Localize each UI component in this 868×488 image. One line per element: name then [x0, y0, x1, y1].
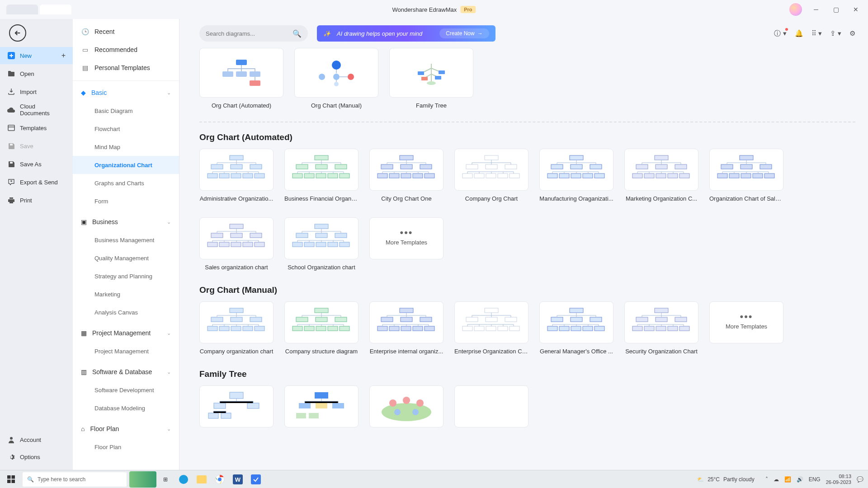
cat-project-mgmt[interactable]: Project Management — [73, 342, 179, 360]
group-floorplan[interactable]: ⌂ Floor Plan ⌄ — [73, 420, 179, 438]
nav-export[interactable]: Export & Send — [0, 174, 73, 191]
tray-wifi-icon[interactable]: 📶 — [784, 476, 791, 483]
template-card[interactable]: Marketing Organization C... — [624, 149, 698, 206]
group-software[interactable]: ▥ Software & Database ⌄ — [73, 363, 179, 381]
svg-point-177 — [218, 478, 222, 481]
weather-widget[interactable]: ⛅ 25°C Partly cloudy — [697, 476, 755, 483]
svg-rect-138 — [590, 317, 602, 322]
cat-analysis[interactable]: Analysis Canvas — [73, 303, 179, 321]
template-card[interactable] — [199, 385, 274, 427]
document-tab[interactable] — [6, 5, 38, 14]
svg-rect-21 — [250, 164, 262, 169]
add-icon[interactable]: + — [61, 52, 66, 60]
more-templates-card[interactable]: •••More Templates — [369, 217, 443, 275]
chrome-icon[interactable] — [211, 470, 229, 488]
template-card[interactable]: Enterprise Organization Ch... — [454, 301, 528, 359]
svg-rect-145 — [636, 317, 648, 322]
template-card[interactable]: General Manager's Office ... — [539, 301, 613, 359]
ai-create-button[interactable]: Create Now → — [439, 28, 489, 38]
taskbar-widget[interactable] — [129, 471, 156, 488]
taskview-icon[interactable]: ⊞ — [156, 470, 175, 488]
nav-open[interactable]: Open — [0, 65, 73, 82]
edrawmax-app-icon[interactable] — [247, 470, 265, 488]
template-card[interactable] — [454, 385, 528, 427]
cat-graphs[interactable]: Graphs and Charts — [73, 174, 179, 192]
back-button[interactable] — [9, 24, 26, 42]
template-card[interactable]: Organization Chart of Sale... — [709, 149, 783, 206]
template-card[interactable]: Enterprise internal organiz... — [369, 301, 443, 359]
svg-rect-59 — [559, 174, 569, 178]
tray-clock[interactable]: 08:13 26-09-2023 — [826, 474, 851, 485]
template-card[interactable]: Security Organization Chart — [624, 301, 698, 359]
cat-software-dev[interactable]: Software Development — [73, 381, 179, 399]
cat-db-modeling[interactable]: Database Modeling — [73, 399, 179, 417]
taskbar-search[interactable]: 🔍 Type here to search — [23, 472, 127, 487]
nav-save-as[interactable]: Save As — [0, 155, 73, 173]
ai-banner[interactable]: ✨ AI drawing helps open your mind Create… — [317, 25, 495, 42]
svg-rect-135 — [570, 308, 583, 313]
settings-icon[interactable]: ⚙ — [849, 29, 855, 38]
search-input[interactable] — [206, 30, 292, 37]
nav-save[interactable]: Save — [0, 137, 73, 155]
cat-basic-diagram[interactable]: Basic Diagram — [73, 102, 179, 120]
hero-org-manual[interactable]: Org Chart (Manual) — [294, 48, 378, 113]
cat-biz-mgmt[interactable]: Business Management — [73, 231, 179, 249]
document-tab-active[interactable] — [40, 5, 71, 14]
tray-volume-icon[interactable]: 🔊 — [797, 476, 803, 483]
template-card[interactable]: City Org Chart One — [369, 149, 443, 206]
help-icon[interactable]: ⓘ ▾ — [774, 29, 786, 38]
hero-org-automated[interactable]: Org Chart (Automated) — [199, 48, 283, 113]
tray-chevron-icon[interactable]: ˄ — [765, 476, 768, 483]
tray-language-icon[interactable]: ENG — [809, 476, 821, 483]
search-box[interactable]: 🔍 — [199, 25, 308, 42]
tray-notifications-icon[interactable]: 💬 — [857, 476, 863, 483]
edge-icon[interactable] — [175, 470, 193, 488]
cat-form[interactable]: Form — [73, 192, 179, 210]
cat-recommended[interactable]: ▭Recommended — [73, 41, 179, 59]
group-project[interactable]: ▦ Project Management ⌄ — [73, 324, 179, 342]
bell-icon[interactable]: 🔔 — [795, 29, 803, 38]
nav-import[interactable]: Import — [0, 83, 73, 100]
cat-flowchart[interactable]: Flowchart — [73, 120, 179, 138]
more-templates-card[interactable]: •••More Templates — [709, 301, 783, 359]
start-button[interactable] — [0, 470, 22, 488]
share-icon[interactable]: ⇪ ▾ — [830, 29, 841, 38]
template-card[interactable]: Business Financial Organiz... — [284, 149, 359, 206]
explorer-icon[interactable] — [193, 470, 211, 488]
folder-icon — [7, 70, 15, 78]
cat-mindmap[interactable]: Mind Map — [73, 138, 179, 156]
nav-new[interactable]: New + — [0, 47, 73, 64]
template-card[interactable]: Sales organization chart — [199, 217, 274, 275]
search-icon[interactable]: 🔍 — [292, 29, 302, 38]
nav-print[interactable]: Print — [0, 192, 73, 209]
group-basic[interactable]: ◆ Basic ⌄ — [73, 84, 179, 102]
template-card[interactable]: Company organization chart — [199, 301, 274, 359]
nav-cloud[interactable]: Cloud Documents — [0, 101, 73, 118]
cat-personal[interactable]: ▤Personal Templates — [73, 59, 179, 77]
cat-quality[interactable]: Quality Management — [73, 249, 179, 267]
nav-templates[interactable]: Templates — [0, 119, 73, 136]
template-card[interactable]: Administrative Organizatio... — [199, 149, 274, 206]
template-card[interactable] — [284, 385, 359, 427]
tray-onedrive-icon[interactable]: ☁ — [774, 476, 779, 483]
template-card[interactable]: Manufacturing Oraganizati... — [539, 149, 613, 206]
apps-icon[interactable]: ⠿ ▾ — [811, 29, 822, 38]
cat-marketing[interactable]: Marketing — [73, 285, 179, 303]
hero-family-tree[interactable]: Family Tree — [389, 48, 473, 113]
template-card[interactable]: Company structure diagram — [284, 301, 359, 359]
cat-recent[interactable]: 🕒Recent — [73, 23, 179, 41]
group-business[interactable]: ▣ Business ⌄ — [73, 213, 179, 231]
user-avatar[interactable] — [789, 3, 802, 16]
close-button[interactable]: ✕ — [847, 3, 864, 16]
nav-options[interactable]: Options — [0, 448, 73, 465]
maximize-button[interactable]: ▢ — [827, 3, 844, 16]
minimize-button[interactable]: ─ — [807, 3, 825, 16]
template-card[interactable]: Company Org Chart — [454, 149, 528, 206]
template-card[interactable]: School Organization chart — [284, 217, 359, 275]
cat-org-chart[interactable]: Organizational Chart — [73, 156, 179, 174]
nav-account[interactable]: Account — [0, 431, 73, 448]
template-card[interactable] — [369, 385, 443, 427]
cat-floorplan[interactable]: Floor Plan — [73, 438, 179, 456]
word-icon[interactable]: W — [229, 470, 247, 488]
cat-strategy[interactable]: Strategy and Planning — [73, 267, 179, 285]
